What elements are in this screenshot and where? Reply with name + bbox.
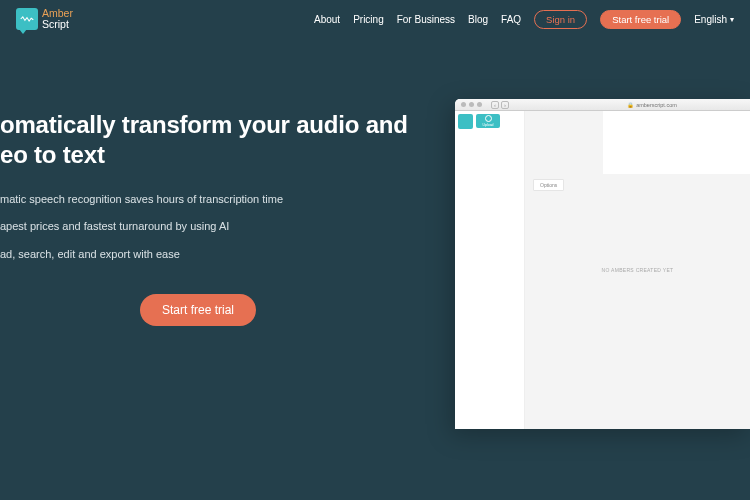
nav-blog[interactable]: Blog xyxy=(468,14,488,25)
start-trial-button[interactable]: Start free trial xyxy=(600,10,681,29)
window-dot xyxy=(461,102,466,107)
forward-icon: › xyxy=(501,101,509,109)
app-preview-browser: ‹ › 🔒 amberscript.com Upload Options NO … xyxy=(455,99,750,429)
logo[interactable]: Amber Script xyxy=(16,8,73,30)
language-label: English xyxy=(694,14,727,25)
signin-button[interactable]: Sign in xyxy=(534,10,587,29)
back-icon: ‹ xyxy=(491,101,499,109)
hero-start-trial-button[interactable]: Start free trial xyxy=(140,294,256,326)
options-button[interactable]: Options xyxy=(533,179,564,191)
nav-about[interactable]: About xyxy=(314,14,340,25)
chevron-down-icon: ▾ xyxy=(730,15,734,24)
nav-pricing[interactable]: Pricing xyxy=(353,14,384,25)
window-dot xyxy=(469,102,474,107)
app-panel xyxy=(603,111,750,174)
app-main: Options NO AMBERS CREATED YET xyxy=(525,111,750,429)
browser-chrome: ‹ › 🔒 amberscript.com xyxy=(455,99,750,111)
language-selector[interactable]: English ▾ xyxy=(694,14,734,25)
url-bar: 🔒 amberscript.com xyxy=(560,102,744,108)
empty-state-text: NO AMBERS CREATED YET xyxy=(602,267,674,273)
nav-faq[interactable]: FAQ xyxy=(501,14,521,25)
lock-icon: 🔒 xyxy=(627,102,634,108)
window-dot xyxy=(477,102,482,107)
nav-business[interactable]: For Business xyxy=(397,14,455,25)
logo-text: Amber Script xyxy=(42,8,73,30)
logo-icon xyxy=(16,8,38,30)
upload-icon xyxy=(485,115,492,122)
app-logo-small xyxy=(458,114,473,129)
upload-button[interactable]: Upload xyxy=(476,114,500,128)
nav: About Pricing For Business Blog FAQ Sign… xyxy=(314,10,734,29)
app-sidebar: Upload xyxy=(455,111,525,429)
